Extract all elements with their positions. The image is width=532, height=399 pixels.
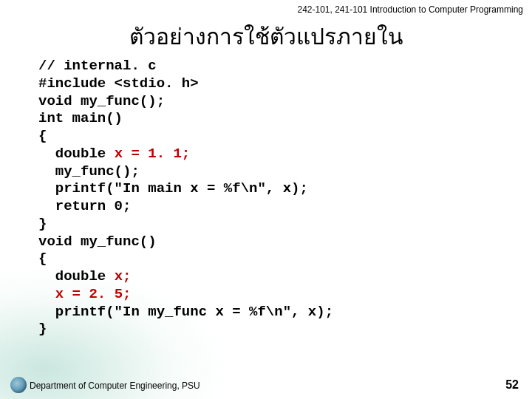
footer-dept: Department of Computer Engineering, PSU [30, 381, 200, 391]
code-line: double [38, 268, 115, 284]
code-line [38, 286, 55, 302]
code-line: } [38, 321, 47, 337]
code-line: double [38, 146, 115, 162]
code-line: #include <stdio. h> [38, 75, 199, 92]
code-line: void my_func(); [38, 93, 165, 109]
course-header: 242-101, 241-101 Introduction to Compute… [297, 4, 523, 15]
code-block: // internal. c #include <stdio. h> void … [38, 58, 333, 338]
code-line: void my_func() [38, 233, 157, 250]
code-line: // internal. c [38, 58, 157, 74]
page-number: 52 [505, 378, 519, 392]
code-highlight: x; [115, 268, 132, 284]
globe-icon [10, 377, 27, 393]
code-line: printf("In main x = %f\n", x); [38, 180, 308, 197]
code-line: int main() [38, 110, 123, 126]
code-line: { [38, 250, 47, 267]
code-line: return 0; [38, 198, 131, 214]
code-line: printf("In my_func x = %f\n", x); [38, 304, 333, 320]
code-line: } [38, 216, 47, 232]
code-line: { [38, 128, 47, 144]
code-highlight: x = 2. 5; [55, 286, 132, 302]
code-highlight: x = 1. 1; [115, 146, 191, 162]
code-line: my_func(); [38, 163, 140, 180]
slide-title: ตัวอย่างการใช้ตัวแปรภายใน [0, 19, 532, 54]
